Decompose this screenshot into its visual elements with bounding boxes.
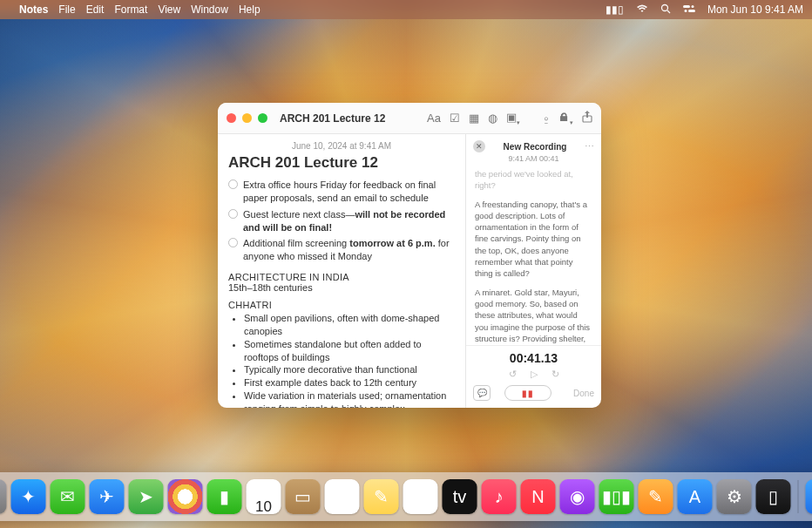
note-content[interactable]: June 10, 2024 at 9:41 AM ARCH 201 Lectur… [218, 134, 465, 408]
window-close-button[interactable] [227, 113, 236, 123]
bullet-item: First example dates back to 12th century [244, 376, 455, 389]
recording-subtitle: 9:41 AM 00:41 [466, 154, 601, 163]
dock-app-settings[interactable]: ⚙ [717, 479, 752, 514]
dock-app-maps[interactable]: ➤ [129, 479, 164, 514]
dock-app-calendar[interactable]: JUN 10 [247, 479, 281, 514]
app-name[interactable]: Notes [19, 3, 48, 16]
bullet-item: Small open pavilions, often with dome-sh… [244, 312, 455, 338]
checklist-icon[interactable]: ☑ [450, 112, 460, 125]
dock: ☻ ▦ ✦ ✉︎ ✈︎ ➤ ▮ JUN 10 ▭ ≡ ✎ 〰 tv ♪ N ◉ … [0, 472, 812, 521]
transcript-paragraph: A freestanding canopy, that's a good des… [475, 199, 592, 280]
notes-window: ARCH 201 Lecture 12 Aa ☑ ▦ ◍ ▣▾ ⍛ 🔒︎▾ Ju… [218, 103, 601, 408]
dock-app-appstore[interactable]: A [678, 479, 713, 514]
dock-app-music[interactable]: ♪ [482, 479, 517, 514]
menu-window[interactable]: Window [191, 3, 228, 16]
dock-separator [798, 480, 799, 513]
play-icon[interactable]: ▷ [531, 369, 538, 380]
done-button[interactable]: Done [573, 389, 594, 398]
svg-rect-2 [683, 5, 690, 8]
dock-app-photos[interactable] [168, 479, 203, 514]
recording-title: New Recording [491, 142, 579, 152]
dock-app-iphone-mirroring[interactable]: ▯ [756, 479, 791, 514]
recording-sidebar: ✕ New Recording ⋯ 9:41 AM 00:41 the peri… [465, 134, 601, 408]
dock-app-contacts[interactable]: ▭ [286, 479, 321, 514]
menubar-clock[interactable]: Mon Jun 10 9:41 AM [707, 3, 803, 16]
menu-edit[interactable]: Edit [86, 3, 105, 16]
skip-forward-icon[interactable]: ↻ [551, 369, 559, 380]
transcript[interactable]: the period we've looked at, right? A fre… [466, 168, 601, 345]
svg-point-0 [661, 4, 667, 10]
bullet-item: Typically more decorative than functiona… [244, 363, 455, 376]
window-titlebar[interactable]: ARCH 201 Lecture 12 Aa ☑ ▦ ◍ ▣▾ ⍛ 🔒︎▾ [218, 103, 601, 134]
note-date: June 10, 2024 at 9:41 AM [228, 141, 455, 151]
dock-app-freeform[interactable]: 〰 [403, 479, 438, 514]
note-title: ARCH 201 Lecture 12 [228, 154, 455, 172]
dock-app-notes[interactable]: ✎ [364, 479, 399, 514]
recording-elapsed-time: 00:41.13 [473, 351, 594, 365]
dock-app-launchpad[interactable]: ▦ [0, 479, 7, 514]
close-sidebar-button[interactable]: ✕ [473, 140, 485, 152]
section-heading: CHHATRI [228, 300, 455, 310]
section-heading: ARCHITECTURE IN INDIA [228, 272, 455, 282]
checkbox-icon[interactable] [228, 179, 238, 189]
menubar: Notes File Edit Format View Window Help … [0, 0, 812, 19]
bullet-item: Wide variation in materials used; orname… [244, 389, 455, 408]
share-icon[interactable] [582, 111, 592, 125]
checklist-item[interactable]: Guest lecture next class—will not be rec… [228, 206, 455, 236]
dock-app-tv[interactable]: tv [443, 479, 477, 514]
svg-rect-4 [688, 10, 695, 12]
svg-line-1 [667, 10, 670, 13]
battery-icon[interactable]: ▮▮▯ [606, 3, 624, 16]
transcript-toggle-button[interactable]: 💬 [473, 385, 491, 401]
control-center-icon[interactable] [683, 3, 695, 16]
svg-point-3 [691, 5, 694, 8]
menu-file[interactable]: File [58, 3, 75, 16]
dock-app-reminders[interactable]: ≡ [325, 479, 360, 514]
transcript-paragraph: A minaret. Gold star, Mayuri, good memor… [475, 287, 592, 345]
media-icon[interactable]: ▣▾ [506, 111, 520, 126]
window-zoom-button[interactable] [258, 113, 267, 123]
lock-icon[interactable]: 🔒︎▾ [558, 111, 573, 126]
link-icon[interactable]: ⍛ [543, 112, 550, 125]
audio-icon[interactable]: ◍ [488, 112, 497, 125]
checklist-item[interactable]: Extra office hours Friday for feedback o… [228, 177, 455, 206]
dock-app-pages[interactable]: ✎ [639, 479, 673, 514]
format-text-icon[interactable]: Aa [427, 112, 441, 125]
svg-point-5 [684, 10, 687, 12]
checkbox-icon[interactable] [228, 209, 238, 219]
window-minimize-button[interactable] [242, 113, 252, 123]
transcript-line: the period we've looked at, right? [475, 168, 592, 192]
checklist-item[interactable]: Additional film screening tomorrow at 6 … [228, 235, 455, 265]
pause-record-button[interactable]: ▮▮ [504, 385, 551, 401]
dock-app-facetime[interactable]: ▮ [207, 479, 242, 514]
bullet-item: Sometimes standalone but often added to … [244, 338, 455, 364]
table-icon[interactable]: ▦ [469, 112, 479, 125]
dock-app-safari[interactable]: ✦ [11, 479, 46, 514]
menu-help[interactable]: Help [239, 3, 261, 16]
window-title: ARCH 201 Lecture 12 [280, 112, 385, 125]
dock-app-messages[interactable]: ✉︎ [51, 479, 85, 514]
more-options-icon[interactable]: ⋯ [585, 141, 594, 152]
dock-downloads[interactable]: ⬇ [806, 479, 813, 514]
skip-back-icon[interactable]: ↺ [509, 369, 517, 380]
section-subheading: 15th–18th centuries [228, 282, 455, 293]
wifi-icon[interactable] [636, 3, 648, 16]
checkbox-icon[interactable] [228, 238, 238, 247]
menu-format[interactable]: Format [114, 3, 147, 16]
dock-app-news[interactable]: N [521, 479, 556, 514]
dock-app-mail[interactable]: ✈︎ [90, 479, 125, 514]
dock-app-podcasts[interactable]: ◉ [560, 479, 595, 514]
search-icon[interactable] [660, 3, 671, 17]
dock-app-numbers[interactable]: ▮▯▮ [599, 479, 634, 514]
menu-view[interactable]: View [158, 3, 180, 16]
